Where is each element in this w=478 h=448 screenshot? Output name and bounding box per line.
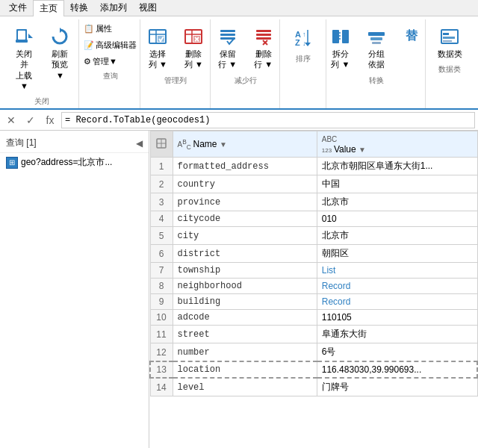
svg-marker-3 — [28, 34, 33, 38]
svg-rect-33 — [370, 37, 382, 40]
name-cell: street — [173, 326, 317, 343]
ribbon-group-manage-col: 选择 列 ▼ 删除 列 ▼ — [142, 19, 210, 108]
ribbon-group-transform: 拆分 列 ▼ 分组 依据 替 — [328, 19, 426, 108]
row-number: 6 — [150, 245, 173, 263]
keep-row-icon — [216, 25, 240, 49]
menu-transform[interactable]: 转换 — [64, 0, 94, 16]
table-row: 12number6号 — [150, 343, 477, 362]
split-col-label: 拆分 列 ▼ — [331, 49, 350, 70]
close-group-label: 关闭 — [34, 96, 49, 107]
split-col-icon — [329, 25, 353, 49]
fx-button[interactable]: fx — [42, 112, 58, 128]
svg-rect-1 — [18, 31, 25, 40]
col-value-header[interactable]: ABC123 Value ▼ — [317, 131, 477, 158]
data-table: ABC Name ▼ ABC123 Value ▼ 1formatted_add… — [149, 131, 478, 396]
value-cell[interactable]: Record — [317, 294, 477, 310]
svg-rect-32 — [368, 32, 385, 36]
data-type-button[interactable]: 数据类 — [432, 21, 468, 63]
manage-icon: ⚙ — [84, 57, 91, 66]
sidebar-item-query1[interactable]: ⊞ geo?address=北京市... — [0, 153, 149, 172]
row-number: 1 — [150, 158, 173, 175]
sidebar-collapse-icon[interactable]: ◀ — [136, 138, 143, 149]
keep-row-button[interactable]: 保留 行 ▼ — [211, 21, 245, 74]
row-number: 11 — [150, 326, 173, 343]
table-row: 6district朝阳区 — [150, 245, 477, 263]
delete-col-icon — [181, 25, 205, 49]
col-name-label: Name — [193, 139, 217, 149]
name-cell: country — [173, 175, 317, 193]
az-sort-button[interactable]: A Z ↑ ↓ — [286, 21, 320, 52]
svg-rect-39 — [443, 40, 452, 42]
name-cell: number — [173, 343, 317, 362]
close-load-label: 关闭并 上载 ▼ — [12, 49, 36, 91]
confirm-button[interactable]: ✓ — [22, 112, 39, 128]
menu-home[interactable]: 主页 — [33, 0, 64, 16]
sidebar-header: 查询 [1] ◀ — [0, 134, 149, 153]
property-button[interactable]: 📋 属性 — [80, 21, 140, 37]
split-col-button[interactable]: 拆分 列 ▼ — [323, 21, 358, 74]
ribbon: 关闭并 上载 ▼ 刷新 预览 ▼ 关闭 📋 — [0, 16, 478, 110]
value-cell[interactable]: List — [317, 263, 477, 279]
row-number: 3 — [150, 193, 173, 211]
menu-add-col[interactable]: 添加列 — [94, 0, 133, 16]
svg-text:替: 替 — [405, 29, 418, 42]
value-cell: 门牌号 — [317, 378, 477, 396]
refresh-icon — [48, 25, 72, 49]
row-number: 8 — [150, 279, 173, 294]
col-name-header[interactable]: ABC Name ▼ — [173, 131, 317, 158]
table-row: 4citycode010 — [150, 211, 477, 227]
menu-view[interactable]: 视图 — [133, 0, 163, 16]
row-number: 9 — [150, 294, 173, 310]
manage-col-group-label: 管理列 — [164, 75, 187, 86]
row-number: 4 — [150, 211, 173, 227]
row-number: 14 — [150, 378, 173, 396]
table-row: 8neighborhoodRecord — [150, 279, 477, 294]
az-sort-icon: A Z ↑ ↓ — [291, 25, 315, 49]
editor-button[interactable]: 📝 高级编辑器 — [80, 37, 140, 53]
value-cell: 116.483030,39.990693... — [317, 361, 477, 378]
value-cell: 阜通东大街 — [317, 326, 477, 343]
col-value-sort[interactable]: ▼ — [358, 146, 366, 154]
table-row: 9buildingRecord — [150, 294, 477, 310]
svg-rect-16 — [220, 34, 235, 36]
manage-button[interactable]: ⚙ 管理▼ — [80, 54, 140, 69]
table-row: 7townshipList — [150, 263, 477, 279]
row-number: 13 — [150, 361, 173, 378]
name-cell: province — [173, 193, 317, 211]
delete-row-icon — [252, 25, 276, 49]
delete-row-label: 删除 行 ▼ — [254, 49, 273, 70]
manage-label: 管理▼ — [93, 56, 117, 67]
value-cell: 北京市 — [317, 193, 477, 211]
sidebar-item-label: geo?address=北京市... — [21, 156, 112, 169]
name-cell: district — [173, 245, 317, 263]
value-cell: 110105 — [317, 310, 477, 326]
menu-file[interactable]: 文件 — [3, 0, 33, 16]
svg-rect-34 — [372, 42, 381, 44]
svg-text:↑: ↑ — [302, 31, 306, 38]
svg-rect-38 — [443, 37, 455, 39]
editor-label: 高级编辑器 — [96, 40, 137, 51]
ribbon-group-sort: A Z ↑ ↓ 排序 — [282, 19, 326, 108]
sidebar: 查询 [1] ◀ ⊞ geo?address=北京市... — [0, 131, 149, 448]
cancel-button[interactable]: ✕ — [3, 112, 19, 128]
value-cell: 朝阳区 — [317, 245, 477, 263]
value-cell[interactable]: Record — [317, 279, 477, 294]
replace-button[interactable]: 替 — [395, 21, 429, 52]
svg-rect-2 — [16, 40, 28, 43]
group-by-button[interactable]: 分组 依据 — [359, 21, 394, 74]
name-cell: neighborhood — [173, 279, 317, 294]
name-cell: location — [173, 361, 317, 378]
select-col-button[interactable]: 选择 列 ▼ — [140, 21, 175, 74]
delete-col-button[interactable]: 删除 列 ▼ — [176, 21, 211, 74]
svg-rect-20 — [256, 37, 271, 40]
formula-input[interactable] — [61, 112, 475, 128]
query-table-icon: ⊞ — [6, 157, 18, 169]
col-name-sort[interactable]: ▼ — [220, 140, 227, 149]
table-row: 5city北京市 — [150, 227, 477, 245]
close-load-button[interactable]: 关闭并 上载 ▼ — [7, 21, 41, 95]
delete-row-button[interactable]: 删除 行 ▼ — [246, 21, 281, 74]
select-col-icon — [146, 25, 170, 49]
svg-rect-15 — [220, 30, 235, 32]
refresh-button[interactable]: 刷新 预览 ▼ — [43, 21, 77, 84]
svg-rect-30 — [342, 30, 349, 43]
